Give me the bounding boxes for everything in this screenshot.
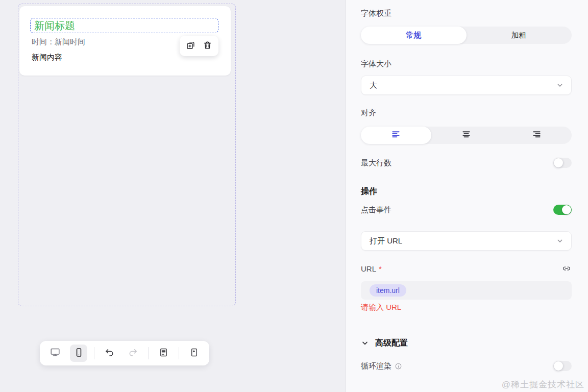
page-settings-button[interactable] xyxy=(155,345,172,362)
canvas-toolbar xyxy=(40,341,209,365)
align-right-button[interactable] xyxy=(501,127,572,144)
delete-button[interactable] xyxy=(203,40,212,52)
properties-panel: 字体权重 常规 加粗 字体大小 大 对齐 xyxy=(346,0,588,392)
device-preview-icon xyxy=(189,347,200,360)
news-title-text[interactable]: 新闻标题 xyxy=(31,19,75,33)
toolbar-divider xyxy=(179,347,179,359)
font-weight-option-regular[interactable]: 常规 xyxy=(361,27,467,44)
editor-canvas[interactable]: 新闻标题 时间：新闻时间 新闻内容 xyxy=(0,0,346,392)
align-label: 对齐 xyxy=(361,108,572,118)
actions-section-title: 操作 xyxy=(361,186,572,197)
duplicate-icon xyxy=(186,40,195,52)
required-asterisk: * xyxy=(379,264,382,273)
toggle-knob xyxy=(562,205,571,214)
redo-button[interactable] xyxy=(125,345,142,362)
align-center-icon xyxy=(461,130,471,141)
chevron-down-icon xyxy=(556,237,564,245)
align-segmented-control xyxy=(361,127,572,144)
trash-icon xyxy=(203,40,212,52)
duplicate-button[interactable] xyxy=(186,40,195,52)
max-lines-row: 最大行数 xyxy=(361,157,572,168)
info-icon[interactable] xyxy=(395,362,402,370)
toolbar-divider xyxy=(94,347,94,359)
advanced-config-title: 高级配置 xyxy=(375,337,408,349)
form-document-icon xyxy=(158,347,169,360)
font-weight-option-bold[interactable]: 加粗 xyxy=(467,27,572,44)
align-left-icon xyxy=(391,130,401,141)
url-label-row: URL * xyxy=(361,263,572,274)
chevron-down-icon xyxy=(556,81,564,89)
advanced-config-header[interactable]: 高级配置 xyxy=(361,337,572,349)
font-weight-label: 字体权重 xyxy=(361,8,572,18)
event-type-value: 打开 URL xyxy=(370,236,402,246)
news-content-text[interactable]: 新闻内容 xyxy=(32,53,62,62)
chevron-down-icon xyxy=(361,339,369,347)
url-input[interactable]: item.url xyxy=(361,281,572,300)
font-size-select[interactable]: 大 xyxy=(361,76,572,95)
redo-icon xyxy=(128,347,138,360)
loop-render-toggle[interactable] xyxy=(553,361,572,371)
desktop-view-button[interactable] xyxy=(46,345,64,362)
url-label: URL xyxy=(361,264,376,273)
undo-icon xyxy=(104,347,115,360)
click-event-toggle[interactable] xyxy=(553,205,572,215)
mobile-view-button[interactable] xyxy=(70,345,87,362)
font-size-value: 大 xyxy=(370,81,377,90)
toggle-knob xyxy=(554,361,563,371)
desktop-icon xyxy=(50,347,61,360)
align-right-icon xyxy=(532,130,542,141)
click-event-label: 点击事件 xyxy=(361,205,391,215)
font-weight-segmented-control: 常规 加粗 xyxy=(361,27,572,44)
component-actions-popover xyxy=(180,36,218,56)
max-lines-toggle[interactable] xyxy=(553,158,572,168)
align-left-button[interactable] xyxy=(361,127,431,144)
font-size-label: 字体大小 xyxy=(361,59,572,69)
url-value-tag[interactable]: item.url xyxy=(370,284,406,297)
click-event-row: 点击事件 xyxy=(361,204,572,215)
link-icon[interactable] xyxy=(561,263,572,274)
watermark-text: @稀土掘金技术社区 xyxy=(502,379,584,390)
loop-render-row: 循环渲染 xyxy=(361,360,572,372)
undo-button[interactable] xyxy=(101,345,118,362)
url-error-message: 请输入 URL xyxy=(361,302,572,312)
event-type-select[interactable]: 打开 URL xyxy=(361,231,572,251)
align-center-button[interactable] xyxy=(431,127,502,144)
news-time-text[interactable]: 时间：新闻时间 xyxy=(32,37,85,47)
mobile-icon xyxy=(74,347,84,360)
toolbar-divider xyxy=(148,347,149,359)
max-lines-label: 最大行数 xyxy=(361,158,391,168)
news-title-selection-box[interactable]: 新闻标题 xyxy=(30,18,218,33)
toggle-knob xyxy=(554,158,563,167)
preview-device-button[interactable] xyxy=(185,345,203,362)
loop-render-label: 循环渲染 xyxy=(361,361,391,371)
